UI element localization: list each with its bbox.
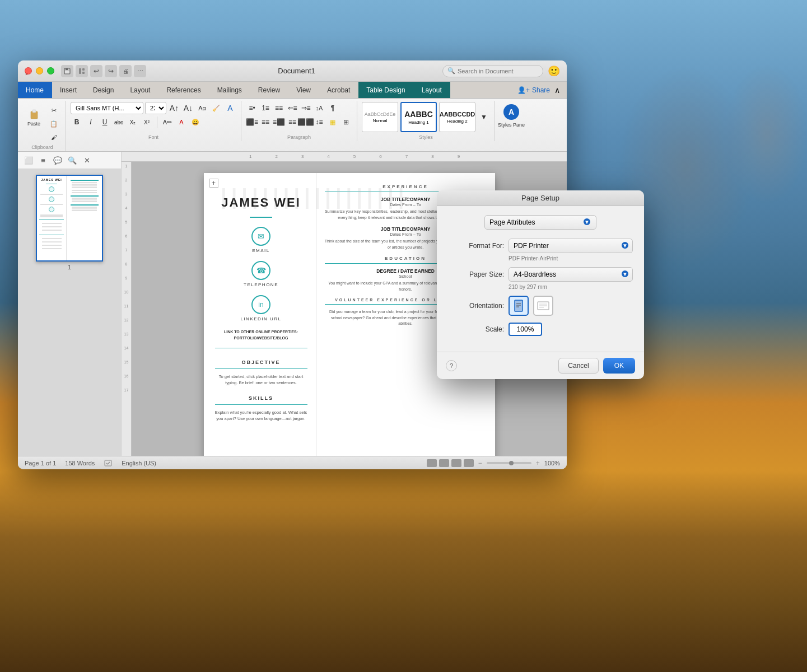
emoji-button[interactable]: 😀 [189,116,202,128]
undo-icon[interactable]: ↩ [90,65,102,77]
mini-icon-1 [49,186,54,192]
tab-view[interactable]: View [288,82,319,98]
sidebar-comments-icon[interactable]: 💬 [52,154,64,166]
underline-button[interactable]: U [99,116,111,128]
mini-name: JAMES WEI [41,178,62,181]
tab-insert[interactable]: Insert [52,82,85,98]
bullets-button[interactable]: ≡• [246,102,258,114]
experience-title: EXPERIENCE [325,184,487,189]
paste-button[interactable]: Paste [24,102,44,132]
superscript-button[interactable]: X² [141,116,153,128]
tab-layout[interactable]: Layout [122,82,158,98]
save-icon[interactable] [61,65,73,77]
highlight-button[interactable]: A✏ [161,116,174,128]
zoom-in-button[interactable]: + [536,459,540,467]
style-heading1[interactable]: AABBC Heading 1 [400,102,437,132]
format-painter-button[interactable]: 🖌 [46,131,61,143]
font-name-select[interactable]: Gill Sans MT (H... [71,102,143,114]
cut-button[interactable]: ✂ [46,104,61,116]
objective-text: To get started, click placeholder text a… [215,374,307,386]
mini-text-6 [42,230,62,231]
close-button[interactable]: × [25,67,32,74]
mini-text-10 [42,248,62,249]
sort-button[interactable]: ↕A [313,102,325,114]
tab-review[interactable]: Review [250,82,288,98]
tab-home[interactable]: Home [18,82,52,98]
text-effects-button[interactable]: A [224,102,236,114]
sidebar-close-icon[interactable]: ✕ [81,154,93,166]
tab-design[interactable]: Design [85,82,122,98]
align-right-button[interactable]: ≡⬛ [273,116,285,128]
format-for-select[interactable]: PDF Printer [509,239,633,253]
search-in-document[interactable]: 🔍 [442,65,543,77]
page-attributes-select[interactable]: Page Attributes ▼ [484,215,596,230]
decrease-indent-button[interactable]: ⇐≡ [286,102,298,114]
clear-format-button[interactable]: 🧹 [210,102,222,114]
mini-vol-text-1 [72,207,97,208]
landscape-orientation-button[interactable] [533,296,553,316]
view-button-3[interactable] [451,459,461,467]
decrease-font-button[interactable]: A↓ [182,102,194,114]
gallery-expand-button[interactable]: ▼ [478,111,490,123]
align-center-button[interactable]: ≡≡ [259,116,272,128]
justify-button[interactable]: ≡≡ [286,116,298,128]
numbering-button[interactable]: 1≡ [259,102,272,114]
tab-acrobat[interactable]: Acrobat [319,82,358,98]
sidebar-outline-icon[interactable]: ≡ [37,154,49,166]
view-button-4[interactable] [464,459,474,467]
scale-input[interactable] [509,323,542,336]
layout-icon[interactable] [76,65,88,77]
search-input[interactable] [458,68,538,74]
paper-size-select[interactable]: A4-Boardrless [509,267,633,282]
ribbon-collapse-button[interactable]: ∧ [554,86,560,95]
add-section-button[interactable]: + [209,179,218,188]
shading-button[interactable]: ▦ [326,116,339,128]
style-heading2[interactable]: AABBCCDD Heading 2 [439,102,475,132]
more-icon[interactable]: ⋯ [134,65,146,77]
view-button-2[interactable] [439,459,449,467]
sidebar-pages-icon[interactable]: ⬜ [22,154,35,166]
tab-references[interactable]: References [158,82,209,98]
page-attributes-bar: Page Attributes ▼ [448,215,633,230]
page-thumbnail-1[interactable]: JAMES WEI [36,175,103,262]
status-bar: Page 1 of 1 158 Words English (US) − + 1… [18,456,567,469]
style-normal[interactable]: AaBbCcDdEe Normal [362,102,398,132]
show-marks-button[interactable]: ¶ [326,102,339,114]
styles-pane-button[interactable]: A Styles Pane [497,101,525,131]
zoom-out-button[interactable]: − [478,459,482,467]
dialog-content: Page Attributes ▼ Format For: PDF Printe… [437,206,644,352]
bold-button[interactable]: B [71,116,83,128]
borders-button[interactable]: ⊞ [340,116,352,128]
ok-button[interactable]: OK [603,358,635,374]
notification-icon[interactable]: 🙂 [548,65,560,77]
italic-button[interactable]: I [85,116,97,128]
font-size-select[interactable]: 22 [145,102,166,114]
zoom-slider[interactable] [487,462,531,464]
columns-button[interactable]: ⬛⬛ [300,116,312,128]
maximize-button[interactable] [47,67,54,74]
tab-mailings[interactable]: Mailings [209,82,250,98]
increase-indent-button[interactable]: ⇒≡ [300,102,312,114]
change-case-button[interactable]: Aα [196,102,208,114]
line-spacing-button[interactable]: ↕≡ [313,116,325,128]
sidebar-search-icon[interactable]: 🔍 [66,154,78,166]
align-left-button[interactable]: ⬛≡ [246,116,258,128]
font-color-button[interactable]: A [175,116,188,128]
help-button[interactable]: ? [446,360,457,371]
subscript-button[interactable]: X₂ [127,116,139,128]
multilevel-list-button[interactable]: ≡≡ [273,102,285,114]
view-button-1[interactable] [427,459,437,467]
tab-table-design[interactable]: Table Design [358,82,413,98]
strikethrough-button[interactable]: abc [113,116,125,128]
horizontal-ruler: 1 2 3 4 5 6 7 8 9 [122,152,567,162]
cancel-button[interactable]: Cancel [558,358,598,374]
share-button[interactable]: 👤+ Share [517,86,550,94]
email-label: EMAIL [252,248,270,253]
print-icon[interactable]: 🖨 [119,65,132,77]
tab-table-layout[interactable]: Layout [414,82,450,98]
portrait-orientation-button[interactable] [509,296,529,316]
minimize-button[interactable] [36,67,43,74]
redo-icon[interactable]: ↪ [105,65,117,77]
copy-button[interactable]: 📋 [46,118,61,130]
increase-font-button[interactable]: A↑ [168,102,180,114]
